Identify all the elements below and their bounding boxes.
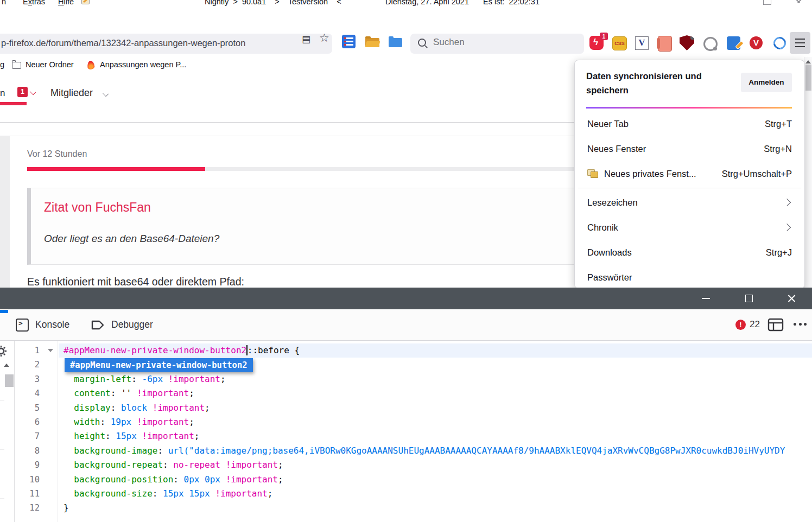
code-line-10[interactable]: background-position: 0px 0px !important; xyxy=(59,473,812,487)
rail-scroll-up-icon[interactable] xyxy=(4,364,9,367)
code-line-9[interactable]: background-repeat: no-repeat !important; xyxy=(59,458,812,472)
menubar-item-hilfe[interactable]: Hilfe xyxy=(58,0,74,6)
app-menu-item[interactable]: Neuer TabStrg+T xyxy=(575,111,804,136)
search-input[interactable] xyxy=(432,36,570,48)
app-menu-button[interactable] xyxy=(790,32,810,54)
app-menu-item-label: Downloads xyxy=(587,247,760,258)
app-menu-item[interactable]: Lesezeichen xyxy=(575,190,804,215)
code-line-6[interactable]: width: 19px !important; xyxy=(59,415,812,429)
code-line-5[interactable]: display: block !important; xyxy=(59,401,812,415)
shortcut-label: Strg+Umschalt+P xyxy=(722,169,792,179)
tab-konsole[interactable]: Konsole xyxy=(16,309,69,340)
shortcut-label: Strg+T xyxy=(765,119,792,129)
quote-title[interactable]: Zitat von FuchsFan xyxy=(44,200,151,215)
menubar-fragment: n xyxy=(2,0,6,6)
blue-folder-icon[interactable] xyxy=(389,38,402,47)
pocket-extension-icon[interactable]: ϟ 1 xyxy=(589,36,604,50)
open-folder-icon[interactable] xyxy=(365,38,379,47)
code-line-1[interactable]: #appMenu-new-private-window-button2::bef… xyxy=(59,343,812,358)
menubar: ExtrasHilfe xyxy=(23,0,74,6)
bookmark-fragment[interactable]: g xyxy=(0,60,4,69)
rail-separator xyxy=(0,498,4,499)
navigation-toolbar: p-firefox.de/forum/thema/132342-anpassun… xyxy=(0,30,812,57)
autocomplete-popup[interactable]: #appMenu-new-private-window-button2 xyxy=(65,358,253,372)
devtools-minimize-button[interactable] xyxy=(702,298,710,299)
members-chevron-down-icon[interactable] xyxy=(103,91,109,97)
rail-scrollbar-thumb[interactable] xyxy=(5,374,14,387)
private-window-custom-icon xyxy=(587,169,599,178)
sync-arrows-extension-icon[interactable] xyxy=(771,34,788,52)
ublock-origin-icon[interactable]: 2 xyxy=(680,35,694,50)
app-menu-item[interactable]: Neues FensterStrg+N xyxy=(575,136,804,161)
code-line-7[interactable]: height: 15px !important; xyxy=(59,429,812,443)
speed-dial-icon[interactable] xyxy=(342,35,356,48)
bookmark-folder[interactable]: Neuer Ordner xyxy=(26,60,74,69)
split-console-icon[interactable] xyxy=(767,318,784,332)
line-number: 1 xyxy=(15,343,58,358)
error-icon[interactable]: ! xyxy=(735,320,746,330)
fold-arrow-icon[interactable] xyxy=(48,349,53,352)
gear-icon[interactable] xyxy=(0,345,7,357)
line-number: 3 xyxy=(15,372,58,386)
code-line-8[interactable]: background-image: url("data:image/png;ba… xyxy=(59,444,812,458)
debugger-icon xyxy=(91,319,105,331)
sign-in-button[interactable]: Anmelden xyxy=(741,73,792,92)
devtools-menu-icon[interactable] xyxy=(794,323,807,326)
url-bar[interactable]: p-firefox.de/forum/thema/132342-anpassun… xyxy=(0,34,332,54)
css-extension-icon[interactable]: CSS xyxy=(612,36,627,50)
ring-extension-icon[interactable] xyxy=(703,37,718,51)
line-number: 10 xyxy=(15,473,58,487)
bookmark-star-icon[interactable]: ☆ xyxy=(319,31,329,44)
close-button[interactable] xyxy=(794,0,803,4)
sync-gradient-divider xyxy=(586,107,792,109)
code-line-11[interactable]: background-size: 15px 15px !important; xyxy=(59,487,812,501)
menubar-item-extras[interactable]: Extras xyxy=(23,0,45,6)
page-tab-fragment[interactable]: n xyxy=(0,88,5,99)
line-number-gutter: 123456789101112 xyxy=(15,341,58,522)
line-number: 5 xyxy=(15,401,58,415)
userscript-extension-icon[interactable] xyxy=(658,36,672,52)
titlebar-clock: Dienstag, 27. April 2021 Es ist: 22:02:3… xyxy=(385,0,540,6)
app-menu-item[interactable]: Passwörter xyxy=(575,265,804,289)
shortcut-label: Strg+J xyxy=(766,247,792,258)
members-tab[interactable]: Mitglieder xyxy=(50,87,93,99)
notes-extension-icon[interactable] xyxy=(727,36,740,50)
pocket-badge: 1 xyxy=(600,33,608,40)
url-fade xyxy=(242,35,275,53)
devtools-close-button[interactable] xyxy=(787,294,796,303)
tab-debugger[interactable]: Debugger xyxy=(91,309,153,340)
line-number: 2 xyxy=(15,358,58,372)
app-menu-item[interactable]: DownloadsStrg+J xyxy=(575,240,804,265)
menubar-extension-icon[interactable] xyxy=(81,0,90,4)
page-scrollbar[interactable] xyxy=(804,57,812,288)
window-titlebar: n ExtrasHilfe Nightly > 90.0a1 > Testver… xyxy=(0,0,812,8)
clock-time: Es ist: 22:02:31 xyxy=(483,0,540,6)
video-helper-extension-icon[interactable]: V xyxy=(750,36,763,49)
line-number: 6 xyxy=(15,415,58,429)
maximize-button[interactable] xyxy=(763,0,771,5)
search-bar[interactable] xyxy=(410,34,584,54)
chevron-down-icon[interactable] xyxy=(30,89,36,95)
v-extension-icon[interactable]: V xyxy=(635,36,649,50)
app-menu-items: Neuer TabStrg+TNeues FensterStrg+NNeues … xyxy=(575,111,804,289)
code-line-3[interactable]: margin-left: -6px !important; xyxy=(59,372,812,386)
quote-text: Oder liegt es an den Base64-Dateien? xyxy=(44,233,219,245)
progress-fill xyxy=(27,167,205,171)
app-menu-item-label: Neues privates Fenst... xyxy=(604,169,716,179)
error-count[interactable]: 22 xyxy=(750,319,760,330)
app-menu-item[interactable]: Chronik xyxy=(575,215,804,240)
code-line-12[interactable]: } xyxy=(59,501,812,515)
tab-debugger-label: Debugger xyxy=(111,319,153,330)
url-text[interactable]: p-firefox.de/forum/thema/132342-anpassun… xyxy=(1,38,272,48)
app-menu-item[interactable]: Neues privates Fenst...Strg+Umschalt+P xyxy=(575,161,804,186)
post-timestamp: Vor 12 Stunden xyxy=(27,149,87,159)
code-line-4[interactable]: content: '' !important; xyxy=(59,386,812,400)
scrollbar-thumb[interactable] xyxy=(805,65,811,91)
devtools-maximize-button[interactable] xyxy=(745,295,753,302)
scroll-up-arrow-icon[interactable] xyxy=(805,60,811,63)
devtools-titlebar[interactable] xyxy=(0,288,812,309)
line-number: 7 xyxy=(15,429,58,443)
bookmark-item[interactable]: Anpassungen wegen P... xyxy=(100,60,186,69)
reader-mode-icon[interactable]: ▤ xyxy=(302,34,310,45)
sync-title: Daten synchronisieren und speichern xyxy=(586,69,727,97)
